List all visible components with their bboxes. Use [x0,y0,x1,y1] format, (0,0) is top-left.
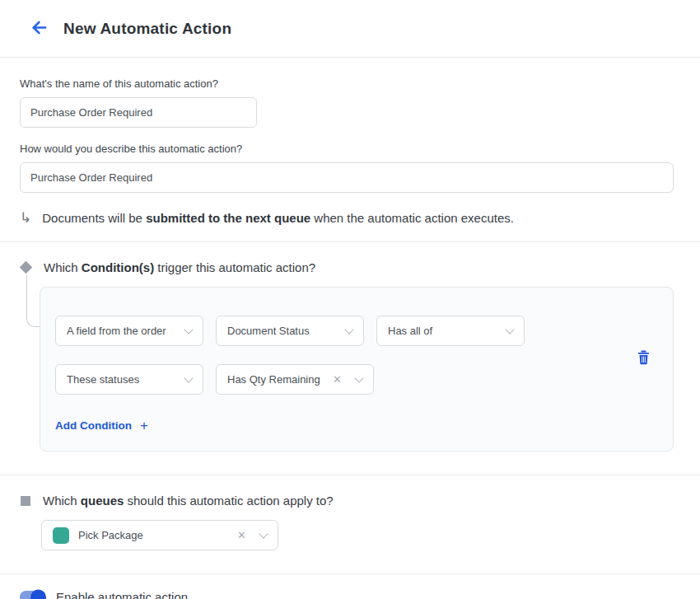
enable-row: Enable automatic action. [20,590,674,599]
chevron-down-icon [354,373,363,382]
chevron-down-icon [184,373,193,382]
diamond-icon [20,261,33,274]
queue-color-swatch [53,527,69,544]
queues-section: Which queues should this automatic actio… [20,475,674,550]
name-field-label: What's the name of this automatic action… [20,77,674,90]
field-select[interactable]: Document Status [216,316,364,346]
delete-condition-button[interactable] [637,350,650,365]
condition-row-1: A field from the order Document Status H… [55,316,658,346]
connector-line [26,275,40,327]
main-content: What's the name of this automatic action… [0,58,700,599]
value-select[interactable]: Has Qty Remaining ✕ [216,364,374,395]
name-input[interactable] [20,97,257,128]
enable-toggle-label: Enable automatic action. [56,590,191,599]
conditions-section: Which Condition(s) trigger this automati… [20,242,674,452]
queue-select[interactable]: Pick Package ✕ [41,520,278,550]
operator-select[interactable]: Has all of [376,316,525,346]
divider [0,573,700,574]
conditions-question: Which Condition(s) trigger this automati… [20,260,674,274]
submit-note: ↳ Documents will be submitted to the nex… [20,211,674,225]
clear-icon[interactable]: ✕ [237,530,246,541]
chevron-down-icon [184,325,193,334]
submit-arrow-icon: ↳ [20,211,31,225]
condition-card: A field from the order Document Status H… [40,287,674,452]
square-icon [21,496,30,506]
value-type-select[interactable]: These statuses [55,364,203,395]
back-button[interactable] [28,16,50,41]
chevron-down-icon [344,325,353,334]
enable-toggle[interactable] [20,591,44,599]
chevron-down-icon [259,529,268,538]
page-title: New Automatic Action [63,20,231,38]
submit-note-text: Documents will be submitted to the next … [42,211,514,225]
conditions-question-text: Which Condition(s) trigger this automati… [44,260,315,274]
condition-row-2: These statuses Has Qty Remaining ✕ [55,364,658,395]
queues-question: Which queues should this automatic actio… [20,494,674,508]
arrow-left-icon [30,18,49,40]
chevron-down-icon [505,325,514,334]
add-condition-button[interactable]: Add Condition + [55,419,148,433]
description-input[interactable] [20,162,674,193]
description-field-label: How would you describe this automatic ac… [20,143,674,155]
toggle-knob [30,589,46,599]
clear-icon[interactable]: ✕ [333,374,342,385]
field-source-select[interactable]: A field from the order [55,316,203,346]
queues-question-text: Which queues should this automatic actio… [43,494,334,508]
page-header: New Automatic Action [0,0,700,58]
trash-icon [637,355,650,367]
plus-icon: + [140,419,148,433]
